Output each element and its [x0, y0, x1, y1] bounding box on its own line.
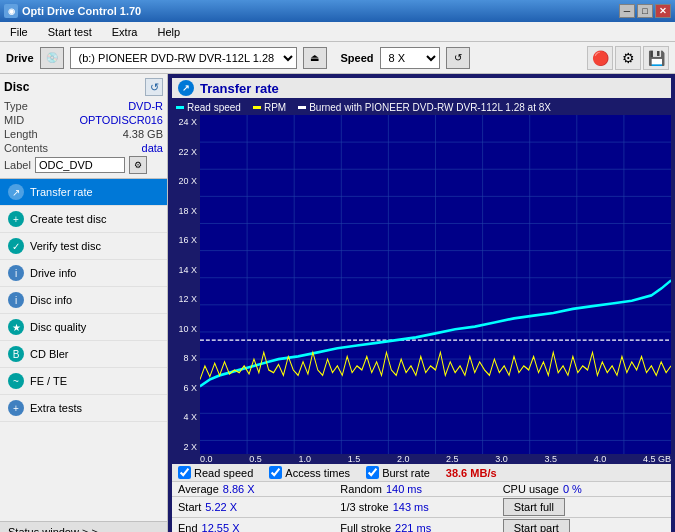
main-layout: Disc ↺ Type DVD-R MID OPTODISCR016 Lengt…	[0, 74, 675, 532]
nav-cd-bler[interactable]: B CD Bler	[0, 341, 167, 368]
disc-info-icon: i	[8, 292, 24, 308]
drive-bar: Drive 💿 (b:) PIONEER DVD-RW DVR-112L 1.2…	[0, 42, 675, 74]
eject-button[interactable]: ⏏	[303, 47, 327, 69]
app-title: Opti Drive Control 1.70	[22, 5, 141, 17]
content-area: ↗ Transfer rate Read speed RPM Burned wi…	[168, 74, 675, 532]
chart-area: 24 X 22 X 20 X 18 X 16 X 14 X 12 X 10 X …	[172, 115, 671, 454]
disc-section-title: Disc	[4, 80, 29, 94]
drive-select[interactable]: (b:) PIONEER DVD-RW DVR-112L 1.28	[70, 47, 297, 69]
read-speed-control: Read speed	[178, 466, 253, 479]
status-window-button[interactable]: Status window > >	[0, 521, 167, 532]
nav-fe-te[interactable]: ~ FE / TE	[0, 368, 167, 395]
mid-label: MID	[4, 114, 24, 126]
drive-info-icon: i	[8, 265, 24, 281]
start-value: 5.22 X	[205, 501, 237, 513]
stats-row-start: Start 5.22 X 1/3 stroke 143 ms Start ful…	[172, 496, 671, 517]
y-axis: 24 X 22 X 20 X 18 X 16 X 14 X 12 X 10 X …	[172, 115, 200, 454]
disc-quality-icon: ★	[8, 319, 24, 335]
maximize-button[interactable]: □	[637, 4, 653, 18]
cpu-value: 0 %	[563, 483, 582, 495]
chart-header: ↗ Transfer rate	[172, 78, 671, 98]
cpu-label: CPU usage	[503, 483, 559, 495]
nav-transfer-rate-label: Transfer rate	[30, 186, 93, 198]
read-speed-color	[176, 106, 184, 109]
burst-rate-value: 38.6 MB/s	[446, 467, 497, 479]
disc-label-input[interactable]	[35, 157, 125, 173]
stats-end: End 12.55 X	[178, 522, 340, 532]
title-bar: ◉ Opti Drive Control 1.70 ─ □ ✕	[0, 0, 675, 22]
start-part-button[interactable]: Start part	[503, 519, 570, 532]
settings-icon[interactable]: ⚙	[615, 46, 641, 70]
refresh-speed-button[interactable]: ↺	[446, 47, 470, 69]
third-stroke-value: 143 ms	[393, 501, 429, 513]
nav-create-test-disc-label: Create test disc	[30, 213, 106, 225]
menu-file[interactable]: File	[4, 24, 34, 40]
length-value: 4.38 GB	[123, 128, 163, 140]
rpm-color	[253, 106, 261, 109]
x-axis: 0.0 0.5 1.0 1.5 2.0 2.5 3.0 3.5 4.0 4.5 …	[172, 454, 671, 464]
stats-start-full: Start full	[503, 498, 665, 516]
verify-test-disc-icon: ✓	[8, 238, 24, 254]
chart-legend: Read speed RPM Burned with PIONEER DVD-R…	[172, 100, 671, 115]
read-speed-checkbox[interactable]	[178, 466, 191, 479]
nav-disc-quality[interactable]: ★ Disc quality	[0, 314, 167, 341]
nav-create-test-disc[interactable]: + Create test disc	[0, 206, 167, 233]
close-button[interactable]: ✕	[655, 4, 671, 18]
start-full-button[interactable]: Start full	[503, 498, 565, 516]
length-label: Length	[4, 128, 38, 140]
burst-rate-checkbox[interactable]	[366, 466, 379, 479]
extra-tests-icon: +	[8, 400, 24, 416]
drive-icon-btn[interactable]: 💿	[40, 47, 64, 69]
nav-cd-bler-label: CD Bler	[30, 348, 69, 360]
nav-drive-info[interactable]: i Drive info	[0, 260, 167, 287]
menu-bar: File Start test Extra Help	[0, 22, 675, 42]
access-times-control: Access times	[269, 466, 350, 479]
drive-label: Drive	[6, 52, 34, 64]
nav-verify-test-disc-label: Verify test disc	[30, 240, 101, 252]
chart-svg-area	[200, 115, 671, 454]
burned-with-color	[298, 106, 306, 109]
minimize-button[interactable]: ─	[619, 4, 635, 18]
speed-select[interactable]: 8 X	[380, 47, 440, 69]
access-times-checkbox[interactable]	[269, 466, 282, 479]
average-label: Average	[178, 483, 219, 495]
legend-rpm: RPM	[253, 102, 286, 113]
read-speed-control-label: Read speed	[194, 467, 253, 479]
disc-icon[interactable]: 🔴	[587, 46, 613, 70]
third-stroke-label: 1/3 stroke	[340, 501, 388, 513]
nav-disc-quality-label: Disc quality	[30, 321, 86, 333]
disc-refresh-button[interactable]: ↺	[145, 78, 163, 96]
end-label: End	[178, 522, 198, 532]
mid-value: OPTODISCR016	[79, 114, 163, 126]
nav-transfer-rate[interactable]: ↗ Transfer rate	[0, 179, 167, 206]
stats-cpu: CPU usage 0 %	[503, 483, 665, 495]
nav-verify-test-disc[interactable]: ✓ Verify test disc	[0, 233, 167, 260]
speed-label: Speed	[341, 52, 374, 64]
app-icon: ◉	[4, 4, 18, 18]
menu-start-test[interactable]: Start test	[42, 24, 98, 40]
menu-help[interactable]: Help	[151, 24, 186, 40]
start-label: Start	[178, 501, 201, 513]
disc-label-label: Label	[4, 159, 31, 171]
create-test-disc-icon: +	[8, 211, 24, 227]
full-stroke-label: Full stroke	[340, 522, 391, 532]
disc-section: Disc ↺ Type DVD-R MID OPTODISCR016 Lengt…	[0, 74, 167, 179]
type-label: Type	[4, 100, 28, 112]
nav-drive-info-label: Drive info	[30, 267, 76, 279]
stats-row-average: Average 8.86 X Random 140 ms CPU usage 0…	[172, 481, 671, 496]
average-value: 8.86 X	[223, 483, 255, 495]
nav-disc-info-label: Disc info	[30, 294, 72, 306]
access-times-control-label: Access times	[285, 467, 350, 479]
contents-value: data	[142, 142, 163, 154]
stats-random: Random 140 ms	[340, 483, 502, 495]
chart-title: Transfer rate	[200, 81, 279, 96]
nav-items: ↗ Transfer rate + Create test disc ✓ Ver…	[0, 179, 167, 521]
contents-label: Contents	[4, 142, 48, 154]
nav-disc-info[interactable]: i Disc info	[0, 287, 167, 314]
chart-icon: ↗	[178, 80, 194, 96]
burst-rate-control: Burst rate	[366, 466, 430, 479]
nav-extra-tests[interactable]: + Extra tests	[0, 395, 167, 422]
menu-extra[interactable]: Extra	[106, 24, 144, 40]
save-icon[interactable]: 💾	[643, 46, 669, 70]
disc-label-edit-button[interactable]: ⚙	[129, 156, 147, 174]
